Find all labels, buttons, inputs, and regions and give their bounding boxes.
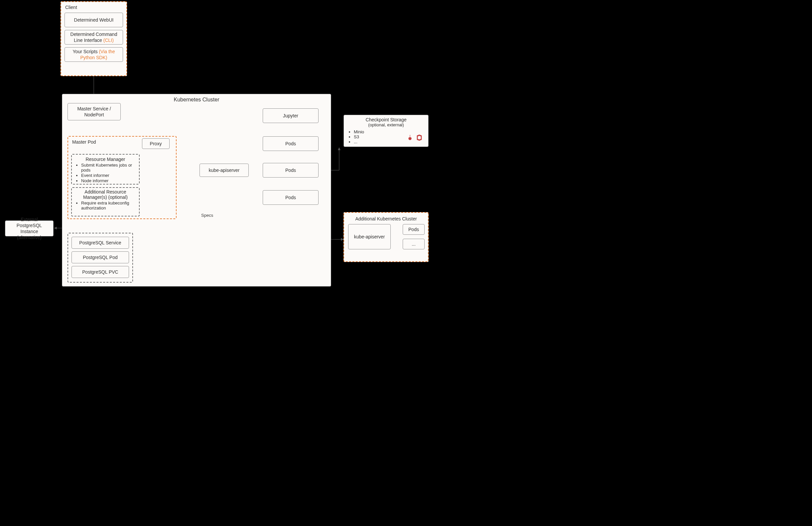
kube-apiserver: kube-apiserver — [200, 164, 249, 177]
rm-title: Resource Manager — [72, 155, 139, 162]
client-group: Client Determined WebUI Determined Comma… — [60, 1, 127, 76]
addl-ellipsis: ... — [403, 239, 425, 249]
postgres-pod: PostgreSQL Pod — [72, 251, 129, 263]
cli-link[interactable]: (CLI) — [103, 38, 114, 43]
checkpoint-storage: Checkpoint Storage (optional, external) … — [344, 115, 429, 147]
addl-apiserver: kube-apiserver — [348, 224, 391, 249]
pods-3: Pods — [263, 190, 319, 205]
client-cli: Determined Command Line Interface (CLI) — [64, 30, 123, 45]
master-service: Master Service / NodePort — [68, 103, 121, 120]
postgres-pvc: PostgreSQL PVC — [72, 266, 129, 278]
external-postgres: External PostgreSQL Instance (alternativ… — [5, 220, 54, 236]
specs-label: Specs — [201, 213, 213, 218]
s3-icon — [416, 134, 423, 141]
addl-pods: Pods — [403, 224, 425, 235]
ckpt-title: Checkpoint Storage — [345, 117, 427, 122]
postgres-service: PostgreSQL Service — [72, 237, 129, 249]
arm-items: Require extra kubeconfig authorization — [81, 201, 139, 210]
rm-items: Submit Kubernetes jobs or pods Event inf… — [81, 163, 139, 183]
additional-kcluster: Additional Kubernetes Cluster kube-apise… — [344, 212, 429, 262]
architecture-diagram: Client Determined WebUI Determined Comma… — [0, 0, 455, 297]
ckpt-list: Minio S3 ... — [354, 129, 364, 144]
client-scripts: Your Scripts (Via the Python SDK) — [64, 47, 123, 62]
resource-manager: Resource Manager Submit Kubernetes jobs … — [71, 154, 140, 185]
additional-resource-manager: Additional Resource Manager(s) (optional… — [71, 187, 140, 217]
addl-title: Additional Kubernetes Cluster — [344, 213, 428, 224]
pods-1: Pods — [263, 136, 319, 151]
client-title: Client — [61, 2, 126, 11]
arm-title: Additional Resource Manager(s) (optional… — [72, 188, 139, 200]
postgres-group: PostgreSQL Service PostgreSQL Pod Postgr… — [68, 233, 133, 283]
proxy-node: Proxy — [142, 138, 170, 149]
kcluster-title: Kubernetes Cluster — [62, 94, 331, 103]
pods-2: Pods — [263, 163, 319, 177]
ckpt-subtitle: (optional, external) — [345, 122, 427, 127]
jupyter-pod: Jupyter — [263, 108, 319, 123]
minio-icon — [406, 134, 414, 141]
client-webui: Determined WebUI — [64, 13, 123, 27]
